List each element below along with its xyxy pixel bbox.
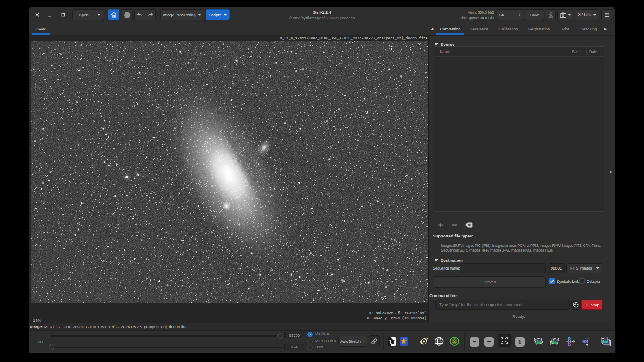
svg-text:R: R (585, 339, 588, 344)
svg-text:R: R (568, 336, 571, 341)
svg-text:R: R (568, 341, 571, 347)
